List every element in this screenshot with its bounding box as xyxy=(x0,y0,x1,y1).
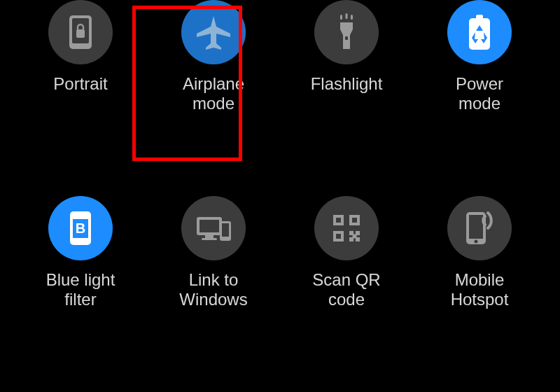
svg-rect-14 xyxy=(200,220,219,232)
svg-rect-18 xyxy=(222,223,229,237)
svg-rect-31 xyxy=(469,215,483,239)
svg-rect-2 xyxy=(76,29,85,38)
svg-rect-22 xyxy=(352,218,357,223)
svg-rect-15 xyxy=(205,235,214,238)
tile-label: Link to Windows xyxy=(179,270,247,309)
svg-rect-9 xyxy=(469,18,490,50)
lock-portrait-icon xyxy=(48,0,113,64)
tile-label: Power mode xyxy=(456,74,503,113)
battery-recycle-icon xyxy=(447,0,512,64)
svg-rect-20 xyxy=(336,218,341,223)
svg-rect-5 xyxy=(340,15,342,20)
tile-link-to-windows[interactable]: Link to Windows xyxy=(147,196,280,309)
blue-light-icon: B xyxy=(48,196,113,260)
tile-portrait[interactable]: Portrait xyxy=(14,0,147,94)
tile-label: Portrait xyxy=(53,74,107,94)
svg-rect-6 xyxy=(346,13,348,19)
tile-label: Scan QR code xyxy=(312,270,380,309)
tile-label: Airplane mode xyxy=(183,74,244,113)
svg-text:B: B xyxy=(76,220,85,236)
quick-settings-panel: Portrait Airplane mode Fl xyxy=(0,0,560,392)
airplane-icon xyxy=(181,0,246,64)
qr-icon xyxy=(314,196,379,260)
svg-rect-3 xyxy=(340,22,353,29)
svg-rect-7 xyxy=(351,15,353,20)
svg-rect-24 xyxy=(336,234,341,239)
tile-label: Flashlight xyxy=(311,74,383,94)
tile-flashlight[interactable]: Flashlight xyxy=(280,0,413,94)
svg-rect-16 xyxy=(202,238,217,240)
flashlight-icon xyxy=(314,0,379,64)
svg-rect-29 xyxy=(353,234,357,239)
tile-label: Blue light filter xyxy=(46,270,115,309)
tile-airplane-mode[interactable]: Airplane mode xyxy=(147,0,280,113)
quick-settings-grid: Portrait Airplane mode Fl xyxy=(14,0,546,392)
tile-label: Mobile Hotspot xyxy=(451,270,509,309)
tile-mobile-hotspot[interactable]: Mobile Hotspot xyxy=(413,196,546,309)
svg-point-32 xyxy=(475,240,478,244)
tile-scan-qr-code[interactable]: Scan QR code xyxy=(280,196,413,309)
tile-power-mode[interactable]: Power mode xyxy=(413,0,546,113)
link-windows-icon xyxy=(181,196,246,260)
hotspot-icon xyxy=(447,196,512,260)
svg-rect-4 xyxy=(345,36,348,40)
tile-blue-light-filter[interactable]: B Blue light filter xyxy=(14,196,147,309)
